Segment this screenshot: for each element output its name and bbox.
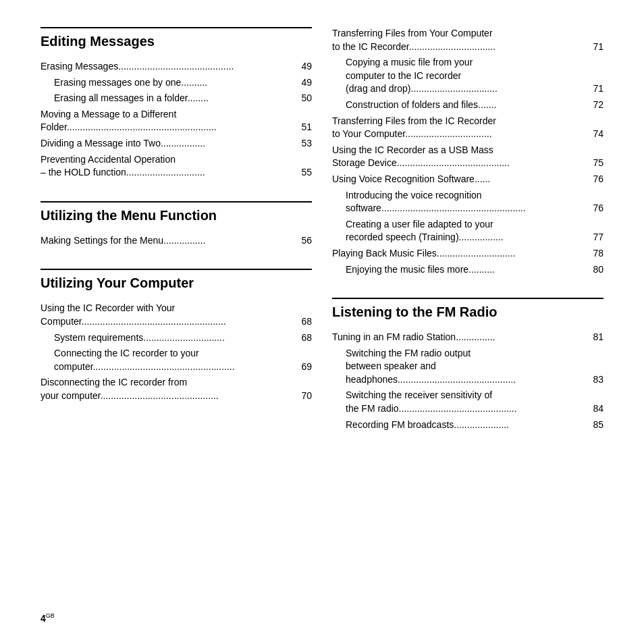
list-item: Erasing Messages........................…: [41, 60, 312, 74]
section-computer: Utilizing Your Computer Using the IC Rec…: [41, 269, 312, 405]
list-item: Recording FM broadcasts.................…: [332, 419, 603, 432]
list-item: Creating a user file adapted to yourreco…: [332, 218, 603, 244]
list-item: Erasing all messages in a folder........…: [41, 92, 312, 105]
list-item: Using Voice Recognition Software...... 7…: [332, 173, 603, 186]
page-number: 4GB: [41, 612, 55, 624]
list-item: Enjoying the music files more.......... …: [332, 263, 603, 277]
left-column: Editing Messages Erasing Messages.......…: [41, 27, 312, 617]
page-layout: Editing Messages Erasing Messages.......…: [0, 0, 644, 644]
section-menu-function: Utilizing the Menu Function Making Setti…: [41, 201, 312, 250]
list-item: Construction of folders and files.......…: [332, 99, 603, 112]
section-editing-messages: Editing Messages Erasing Messages.......…: [41, 27, 312, 182]
list-item: Dividing a Message into Two.............…: [41, 137, 312, 151]
list-item: Using the IC Recorder with YourComputer.…: [41, 302, 312, 328]
list-item: Tuning in an FM radio Station...........…: [332, 331, 603, 344]
list-item: Switching the receiver sensitivity ofthe…: [332, 389, 603, 415]
list-item: Playing Back Music Files................…: [332, 247, 603, 261]
section-title-menu: Utilizing the Menu Function: [41, 201, 312, 227]
right-column: Transferring Files from Your Computerto …: [332, 27, 603, 617]
list-item: Making Settings for the Menu............…: [41, 234, 312, 248]
list-item: Transferring Files from the IC Recordert…: [332, 115, 603, 141]
list-item: Erasing messages one by one.......... 49: [41, 76, 312, 90]
list-item: Disconnecting the IC recorder fromyour c…: [41, 376, 312, 402]
list-item: Switching the FM radio outputbetween spe…: [332, 347, 603, 387]
section-computer-continued: Transferring Files from Your Computerto …: [332, 27, 603, 279]
section-fm-radio: Listening to the FM Radio Tuning in an F…: [332, 298, 603, 434]
list-item: System requirements.....................…: [41, 331, 312, 345]
list-item: Connecting the IC recorder to yourcomput…: [41, 347, 312, 373]
list-item: Using the IC Recorder as a USB MassStora…: [332, 144, 603, 170]
section-title-computer: Utilizing Your Computer: [41, 269, 312, 295]
section-title-fm-radio: Listening to the FM Radio: [332, 298, 603, 324]
section-title-editing: Editing Messages: [41, 27, 312, 53]
list-item: Preventing Accidental Operation– the HOL…: [41, 153, 312, 180]
list-item: Moving a Message to a DifferentFolder...…: [41, 108, 312, 134]
list-item: Transferring Files from Your Computerto …: [332, 27, 603, 53]
list-item: Introducing the voice recognitionsoftwar…: [332, 189, 603, 215]
list-item: Copying a music file from yourcomputer t…: [332, 56, 603, 96]
